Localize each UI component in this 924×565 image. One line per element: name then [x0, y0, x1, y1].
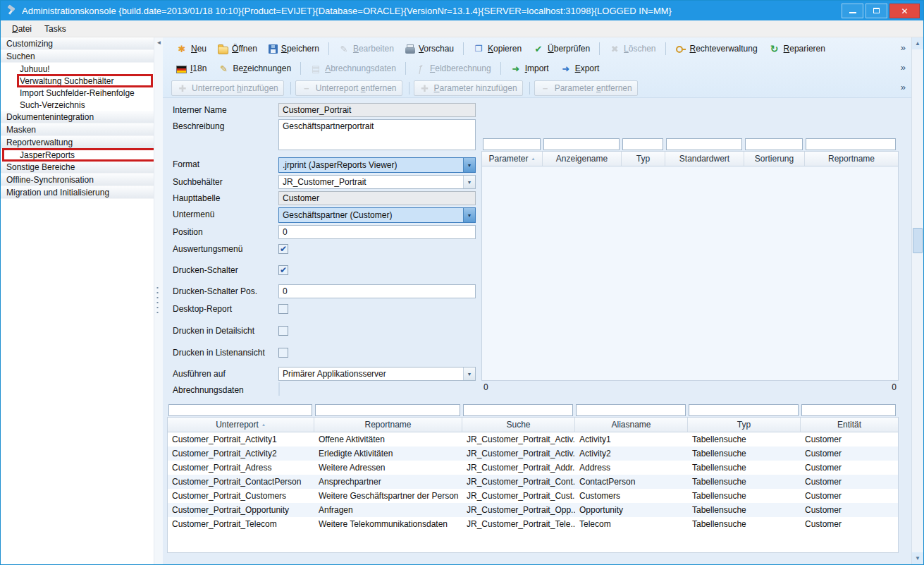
- column-header[interactable]: Reportname: [805, 152, 898, 166]
- table-row[interactable]: Customer_Portrait_Customers Weitere Gesc…: [168, 489, 898, 503]
- column-header[interactable]: Entität: [801, 418, 898, 432]
- column-header[interactable]: Reportname: [314, 418, 462, 432]
- scrollbar-thumb[interactable]: [913, 228, 923, 253]
- drucken-in-detailsicht-checkbox[interactable]: [278, 326, 288, 336]
- position-field[interactable]: [278, 225, 476, 239]
- drucken-schalter-checkbox[interactable]: [278, 265, 288, 275]
- column-header[interactable]: Unterreport: [168, 418, 314, 432]
- column-header[interactable]: Aliasname: [575, 418, 688, 432]
- sidebar-item-masken[interactable]: Masken: [1, 123, 154, 136]
- column-filter-input[interactable]: [463, 404, 573, 416]
- chevron-down-icon[interactable]: [463, 208, 475, 222]
- menu-tasks[interactable]: Tasks: [38, 21, 73, 37]
- toolbar-button-label: Vorschau: [419, 44, 454, 54]
- ausfuehren-auf-label: Ausführen auf: [173, 367, 278, 381]
- sidebar-item-jasperreports[interactable]: JasperReports: [1, 149, 154, 161]
- table-row[interactable]: Customer_Portrait_Telecom Weitere Teleko…: [168, 517, 898, 531]
- close-icon: [901, 4, 908, 17]
- abrechnungsdaten-area[interactable]: [278, 382, 280, 396]
- toolbar-button-label: Parameter hinzufügen: [434, 83, 517, 93]
- scroll-up-icon[interactable]: [912, 37, 923, 49]
- column-filter-input[interactable]: [806, 138, 896, 150]
- suchbehaelter-combo[interactable]: JR_Customer_Portrait: [278, 175, 476, 189]
- toolbar-button-icon: [769, 43, 780, 54]
- filter-cell: [744, 137, 804, 150]
- table-row[interactable]: Customer_Portrait_ContactPerson Ansprech…: [168, 475, 898, 489]
- table-row[interactable]: Customer_Portrait_Activity2 Erledigte Ak…: [168, 446, 898, 461]
- maximize-button[interactable]: [866, 4, 887, 18]
- sidebar-item-juhuuu[interactable]: Juhuuu!: [1, 63, 154, 75]
- minimize-button[interactable]: [842, 4, 863, 18]
- toolbar-overflow-button[interactable]: »: [901, 62, 906, 73]
- neu-button[interactable]: Neu: [171, 42, 211, 56]
- column-header[interactable]: Sortierung: [744, 152, 805, 166]
- sidebar-item-sonstige-bereiche[interactable]: Sonstige Bereiche: [1, 161, 154, 174]
- sidebar-item-import-suchfelder-reihenfolge[interactable]: Import Suchfelder-Reihenfolge: [1, 87, 154, 99]
- column-filter-input[interactable]: [689, 404, 799, 416]
- column-header[interactable]: Typ: [622, 152, 665, 166]
- column-filter-input[interactable]: [576, 404, 686, 416]
- column-filter-input[interactable]: [745, 138, 803, 150]
- column-header[interactable]: Standardwert: [665, 152, 744, 166]
- column-header[interactable]: Anzeigename: [543, 152, 622, 166]
- sidebar-splitter[interactable]: [154, 37, 163, 564]
- vorschau-button[interactable]: Vorschau: [400, 42, 459, 55]
- menu-datei[interactable]: Datei: [6, 21, 38, 37]
- sidebar-item-verwaltung-suchbehaelter[interactable]: Verwaltung Suchbehälter: [1, 75, 154, 87]
- sidebar-item-such-verzeichnis[interactable]: Such-Verzeichnis: [1, 99, 154, 111]
- table-row[interactable]: Customer_Portrait_Opportunity Anfragen J…: [168, 503, 898, 517]
- reparieren-button[interactable]: Reparieren: [764, 42, 830, 56]
- column-filter-input[interactable]: [622, 138, 663, 150]
- toolbar-button-icon: [269, 44, 278, 54]
- sidebar-item-migration-und-initialisierung[interactable]: Migration und Initialisierung: [1, 186, 154, 199]
- haupttabelle-field[interactable]: [278, 191, 476, 205]
- column-filter-input[interactable]: [168, 404, 312, 416]
- speichern-button[interactable]: Speichern: [264, 42, 324, 55]
- column-filter-input[interactable]: [801, 404, 896, 416]
- toolbar-overflow-button[interactable]: »: [901, 82, 906, 92]
- column-filter-input[interactable]: [315, 404, 460, 416]
- column-header[interactable]: Parameter: [482, 152, 543, 166]
- drucken-schalter-pos-field[interactable]: [278, 284, 476, 298]
- auswertungsmenue-checkbox[interactable]: [278, 244, 288, 254]
- interner-name-field[interactable]: [278, 103, 476, 117]
- column-filter-input[interactable]: [543, 138, 620, 150]
- untermenue-combo[interactable]: Geschäftspartner (Customer): [278, 207, 476, 223]
- filter-cell: [462, 403, 574, 416]
- column-header[interactable]: Typ: [688, 418, 801, 432]
- parameter-entfernen-button: Parameter entfernen: [534, 80, 638, 96]
- filter-cell: [804, 137, 897, 150]
- sidebar-item-suchen[interactable]: Suchen: [1, 50, 154, 63]
- sidebar-item-dokumentenintegration[interactable]: Dokumentenintegration: [1, 111, 154, 123]
- ueberpruefen-button[interactable]: Überprüfen: [528, 42, 595, 56]
- collapse-sidebar-icon[interactable]: [154, 40, 164, 46]
- column-filter-input[interactable]: [483, 138, 541, 150]
- vertical-scrollbar[interactable]: [911, 37, 923, 564]
- drucken-in-listenansicht-checkbox[interactable]: [278, 348, 288, 358]
- scroll-down-icon[interactable]: [912, 552, 923, 564]
- chevron-down-icon[interactable]: [463, 367, 475, 380]
- bezeichnungen-button[interactable]: Bezeichnungen: [213, 61, 296, 75]
- kopieren-button[interactable]: Kopieren: [468, 42, 526, 56]
- chevron-down-icon[interactable]: [463, 176, 475, 188]
- sidebar-item-reportverwaltung[interactable]: Reportverwaltung: [1, 136, 154, 149]
- beschreibung-textarea[interactable]: Geschäftspartnerportrait: [278, 119, 476, 150]
- cell-unterreport: Customer_Portrait_Opportunity: [168, 503, 314, 517]
- oeffnen-button[interactable]: Öffnen: [213, 42, 262, 56]
- column-header[interactable]: Suche: [462, 418, 575, 432]
- chevron-down-icon[interactable]: [463, 158, 475, 172]
- column-filter-input[interactable]: [666, 138, 742, 150]
- rechteverwaltung-button[interactable]: Rechteverwaltung: [670, 42, 763, 56]
- import-button[interactable]: Import: [505, 61, 554, 75]
- desktop-report-checkbox[interactable]: [278, 304, 288, 314]
- sidebar-item-offline-synchronisation[interactable]: Offline-Synchronisation: [1, 174, 154, 186]
- i18n-button[interactable]: I18n: [171, 62, 211, 75]
- toolbar-overflow-button[interactable]: »: [901, 42, 906, 53]
- ausfuehren-auf-combo[interactable]: Primärer Applikationsserver: [278, 367, 476, 381]
- table-row[interactable]: Customer_Portrait_Adress Weitere Adresse…: [168, 461, 898, 475]
- export-button[interactable]: Export: [555, 61, 605, 75]
- format-combo[interactable]: .jrprint (JasperReports Viewer): [278, 157, 476, 173]
- close-button[interactable]: [889, 4, 920, 18]
- sidebar-item-customizing[interactable]: Customizing: [1, 37, 154, 50]
- table-row[interactable]: Customer_Portrait_Activity1 Offene Aktiv…: [168, 432, 898, 446]
